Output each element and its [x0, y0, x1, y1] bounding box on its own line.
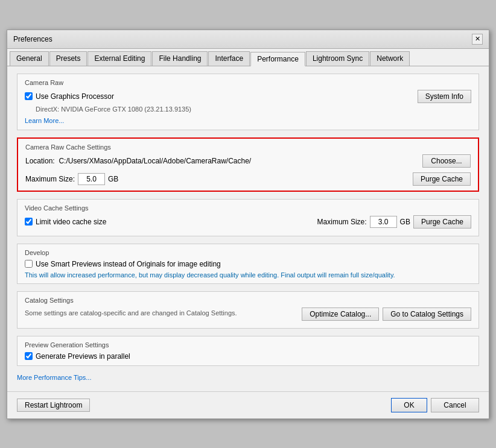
directx-info: DirectX: NVIDIA GeForce GTX 1080 (23.21.…	[36, 106, 471, 113]
purge-cache-button[interactable]: Purge Cache	[413, 172, 471, 186]
preferences-dialog: Preferences ✕ General Presets External E…	[7, 30, 489, 419]
camera-raw-cache-section: Camera Raw Cache Settings Location: C:/U…	[17, 137, 479, 192]
bottom-bar: Restart Lightroom OK Cancel	[7, 391, 489, 418]
video-max-size-label: Maximum Size:	[317, 218, 367, 226]
camera-raw-header-row: Use Graphics Processor System Info	[25, 90, 471, 103]
tab-lightroom-sync[interactable]: Lightroom Sync	[306, 51, 369, 66]
close-button[interactable]: ✕	[472, 34, 483, 45]
catalog-info-text: Some settings are catalog-specific and a…	[25, 309, 237, 317]
smart-previews-row: Use Smart Previews instead of Originals …	[25, 260, 471, 268]
catalog-settings-section: Catalog Settings Some settings are catal…	[17, 291, 479, 329]
location-value: C:/Users/XMaso/AppData/Local/Adobe/Camer…	[59, 157, 251, 165]
catalog-settings-row: Some settings are catalog-specific and a…	[25, 308, 471, 321]
title-bar: Preferences ✕	[7, 30, 489, 49]
restart-lightroom-button[interactable]: Restart Lightroom	[17, 399, 90, 412]
dialog-title: Preferences	[13, 35, 52, 43]
location-row: Location: C:/Users/XMaso/AppData/Local/A…	[25, 154, 471, 168]
optimize-catalog-button[interactable]: Optimize Catalog...	[302, 308, 379, 321]
max-size-row: Maximum Size: GB Purge Cache	[25, 172, 471, 186]
tab-performance[interactable]: Performance	[250, 52, 305, 66]
video-max-size-unit: GB	[400, 218, 410, 226]
develop-section: Develop Use Smart Previews instead of Or…	[17, 244, 479, 284]
tab-interface[interactable]: Interface	[208, 51, 250, 66]
video-cache-label: Video Cache Settings	[25, 204, 471, 212]
more-performance-tips-link[interactable]: More Performance Tips...	[17, 374, 92, 381]
content-area: Camera Raw Use Graphics Processor System…	[7, 66, 489, 391]
limit-video-cache-row: Limit video cache size	[25, 218, 106, 226]
tab-file-handling[interactable]: File Handling	[152, 51, 208, 66]
camera-raw-cache-label: Camera Raw Cache Settings	[25, 144, 471, 151]
smart-previews-checkbox[interactable]	[25, 260, 33, 268]
smart-previews-label: Use Smart Previews instead of Originals …	[36, 260, 221, 268]
learn-more-link[interactable]: Learn More...	[25, 117, 64, 124]
go-to-catalog-settings-button[interactable]: Go to Catalog Settings	[383, 308, 471, 321]
video-cache-section: Video Cache Settings Limit video cache s…	[17, 199, 479, 236]
video-max-size-input[interactable]	[370, 216, 397, 228]
bottom-right-buttons: OK Cancel	[391, 398, 479, 412]
max-size-label: Maximum Size:	[25, 175, 75, 183]
choose-button[interactable]: Choose...	[422, 154, 471, 168]
ok-button[interactable]: OK	[391, 398, 427, 412]
video-cache-row: Limit video cache size Maximum Size: GB …	[25, 215, 471, 229]
system-info-button[interactable]: System Info	[418, 90, 471, 103]
preview-generation-label: Preview Generation Settings	[25, 341, 471, 349]
limit-video-cache-label: Limit video cache size	[36, 218, 106, 226]
generate-previews-checkbox[interactable]	[25, 352, 33, 360]
video-max-size-right: Maximum Size: GB Purge Cache	[317, 215, 471, 229]
develop-label: Develop	[25, 249, 471, 256]
video-purge-cache-button[interactable]: Purge Cache	[413, 215, 471, 229]
max-size-unit: GB	[108, 175, 118, 183]
camera-raw-label: Camera Raw	[25, 79, 471, 86]
cancel-button[interactable]: Cancel	[431, 398, 479, 412]
limit-video-cache-checkbox[interactable]	[25, 218, 33, 226]
generate-previews-label: Generate Previews in parallel	[36, 352, 130, 361]
max-size-input[interactable]	[78, 173, 105, 185]
tabs-bar: General Presets External Editing File Ha…	[7, 49, 489, 66]
tab-general[interactable]: General	[10, 51, 49, 66]
tab-network[interactable]: Network	[370, 51, 410, 66]
location-label-text: Location:	[25, 157, 55, 165]
catalog-settings-label: Catalog Settings	[25, 297, 471, 304]
size-left: Maximum Size: GB	[25, 173, 118, 185]
location-text: Location: C:/Users/XMaso/AppData/Local/A…	[25, 157, 422, 165]
tab-presets[interactable]: Presets	[49, 51, 87, 66]
develop-note: This will allow increased performance, b…	[25, 271, 471, 279]
camera-raw-section: Camera Raw Use Graphics Processor System…	[17, 74, 479, 130]
generate-previews-row: Generate Previews in parallel	[25, 352, 471, 361]
use-graphics-processor-label: Use Graphics Processor	[36, 92, 114, 101]
use-graphics-processor-row: Use Graphics Processor	[25, 92, 114, 101]
use-graphics-processor-checkbox[interactable]	[25, 92, 33, 100]
preview-generation-section: Preview Generation Settings Generate Pre…	[17, 336, 479, 366]
tab-external-editing[interactable]: External Editing	[87, 51, 151, 66]
